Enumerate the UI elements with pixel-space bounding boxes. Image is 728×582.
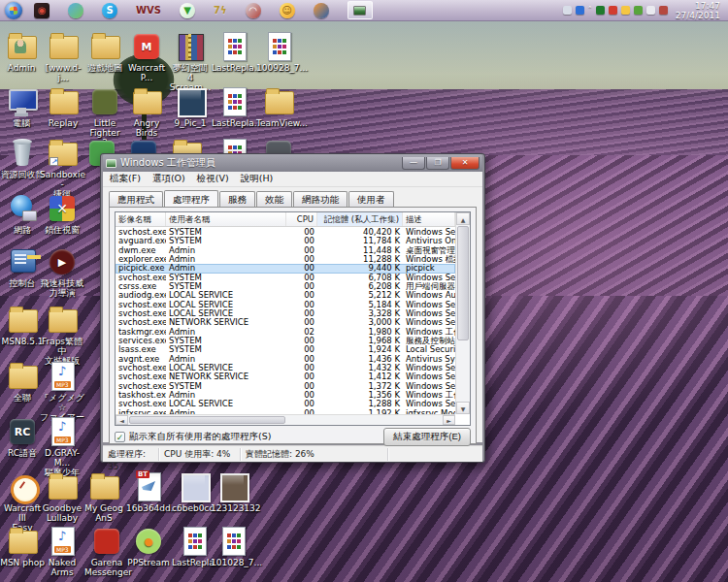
process-row[interactable]: taskhost.exeAdmin001,356 KWindows 工作的... [116, 391, 455, 400]
info-tray-icon[interactable] [576, 6, 584, 15]
desktop-icon-rc-voice[interactable]: RCRC語音 [0, 417, 45, 458]
scroll-left-arrow-icon[interactable]: ◄ [116, 415, 128, 425]
taskbar-clock[interactable]: 17:47 27/4/2011 [676, 1, 723, 20]
desktop-icon-angry-birds-folder[interactable]: Angry Birds [124, 87, 169, 138]
column-header-0[interactable]: 影像名稱 [116, 212, 166, 226]
desktop-icon-replay-folder[interactable]: Replay [41, 87, 85, 128]
messenger-app-icon[interactable] [68, 3, 83, 18]
desktop-icon-computer[interactable]: 電腦 [0, 87, 44, 128]
process-row[interactable]: audiodg.exeLOCAL SERVICE005,212 KWindows… [116, 291, 455, 300]
desktop-icon-dream-space-rar[interactable]: 夢幻空間 4 Scream... [168, 32, 213, 92]
desktop-icon-torrent-16b364dd[interactable]: BT16b364dd... [126, 472, 171, 513]
start-button[interactable] [5, 2, 22, 19]
display-tray-icon[interactable] [659, 6, 668, 15]
process-row[interactable]: svchost.exeLOCAL SERVICE001,288 KWindows… [116, 400, 455, 408]
desktop-icon-chain-folder[interactable]: 全聯 [0, 362, 45, 403]
tab-應用程式[interactable]: 應用程式 [109, 191, 163, 207]
process-row[interactable]: dwm.exeAdmin0011,448 K桌面視窗管理員 [116, 246, 455, 255]
close-button[interactable]: ✕ [450, 157, 480, 170]
smiley-tray-icon[interactable] [621, 6, 630, 15]
minimize-button[interactable]: — [402, 157, 425, 170]
shield-tray-icon[interactable] [634, 6, 643, 15]
process-row[interactable]: svchost.exeSYSTEM001,372 KWindows Servic… [116, 382, 455, 391]
show-all-users-checkbox-row[interactable]: ✓ 顯示來自所有使用者的處理程序(S) [115, 431, 271, 443]
desktop-icon-ppstream[interactable]: ●PPStream [126, 527, 171, 567]
desktop-icon-garena-messenger[interactable]: Garena Messenger [84, 527, 129, 577]
task-manager-taskbar-button[interactable] [347, 1, 373, 19]
vertical-scrollbar[interactable]: ▲ ▼ [455, 212, 470, 414]
green-arrow-app-icon[interactable]: ▼ [180, 3, 195, 18]
desktop-icon-lock-window[interactable]: 鎖住視窗 [40, 194, 84, 235]
process-row[interactable]: avgnt.exeAdmin001,436 KAntivirus System.… [116, 355, 455, 364]
scroll-right-arrow-icon[interactable]: ► [443, 415, 455, 425]
volume-tray-icon[interactable] [646, 6, 655, 15]
show-all-users-checkbox[interactable]: ✓ [115, 432, 125, 442]
tab-網路功能[interactable]: 網路功能 [293, 191, 347, 207]
scroll-up-arrow-icon[interactable]: ▲ [456, 212, 470, 225]
desktop-icon-9-pic-1[interactable]: 9_Pic_1 [168, 87, 213, 128]
desktop-icon-photo-101028[interactable]: 101028_7... [211, 527, 255, 567]
camera-app-icon[interactable]: ◉ [34, 3, 50, 18]
process-row[interactable]: svchost.exeSYSTEM006,708 KWindows Servic… [116, 274, 455, 282]
task-manager-titlebar[interactable]: Windows 工作管理員 —❐✕ [103, 154, 482, 172]
seven-lightning-app-icon[interactable]: 7ϟ [214, 5, 227, 16]
horizontal-scroll-thumb[interactable] [129, 416, 285, 424]
swirl-app-icon[interactable]: ◠ [246, 3, 261, 18]
column-header-3[interactable]: 記憶體 (私人工作集) [317, 212, 403, 226]
horizontal-scrollbar[interactable]: ◄ ► [116, 414, 455, 425]
desktop-icon-recycle-bin[interactable]: 資源回收筒 [0, 139, 45, 179]
process-row[interactable]: svchost.exeLOCAL SERVICE003,328 KWindows… [116, 309, 455, 318]
process-row[interactable]: taskmgr.exeAdmin021,980 KWindows 工作管... [116, 328, 455, 337]
menu-item-1[interactable]: 選項(O) [148, 172, 190, 186]
desktop-icon-control-panel[interactable]: 控制台 [0, 247, 45, 288]
desktop-icon-sandboxie-shortcut[interactable]: ↗Sandboxie - 捷徑 [40, 139, 84, 199]
desktop-icon-goodbye-lullaby-folder[interactable]: Goodbye Lullaby [40, 472, 84, 523]
desktop-icon-photo-100928[interactable]: 100928_7... [256, 32, 301, 73]
desktop-icon-naked-arms-mp3[interactable]: ♪MP3Naked Arms [40, 527, 84, 577]
tab-處理程序[interactable]: 處理程序 [164, 190, 218, 207]
column-header-4[interactable]: 描述 [403, 212, 455, 226]
keyboard-tray-icon[interactable] [563, 6, 572, 15]
show-hidden-icons-chevron[interactable]: ˄ [588, 7, 592, 15]
column-header-1[interactable]: 使用者名稱 [166, 212, 286, 226]
process-row[interactable]: services.exeSYSTEM001,968 K服務及控制站應... [116, 337, 455, 345]
desktop-icon-msn-851-folder[interactable]: MSN8.5.1 [0, 306, 45, 346]
process-row[interactable]: svchost.exeLOCAL SERVICE001,432 KWindows… [116, 364, 455, 372]
desktop-icon-warcraft-m[interactable]: MWarcraft P... [124, 32, 169, 82]
column-header-2[interactable]: CPU [286, 212, 317, 226]
desktop-icon-admin[interactable]: Admin [0, 32, 44, 73]
process-row[interactable]: picpick.exeAdmin009,440 Kpicpick [116, 264, 455, 273]
smiley-app-icon[interactable]: ☺ [280, 3, 295, 18]
desktop-icon-game-pics-folder[interactable]: 遊戲地圖 [83, 32, 127, 73]
firefox-app-icon[interactable] [314, 3, 329, 18]
green-square-tray-icon[interactable] [596, 6, 605, 15]
avira-tray-icon[interactable] [609, 6, 617, 15]
desktop-icon-my-geog-ans-folder[interactable]: My Geog AnS [82, 472, 126, 523]
desktop-icon-msn-phop-folder[interactable]: MSN phop [0, 527, 45, 567]
desktop-icon-megumegu-fire-mp3[interactable]: ♪MP3『メグメグ☆ ファイアー [40, 362, 84, 422]
scroll-down-arrow-icon[interactable]: ▼ [456, 402, 470, 414]
tab-效能[interactable]: 效能 [256, 191, 292, 207]
desktop-icon-teamviewer-folder[interactable]: TeamView... [256, 87, 301, 128]
skype-app-icon[interactable]: S [102, 3, 117, 18]
desktop-icon-lastreplay-top-2[interactable]: LastRepla... [212, 87, 256, 128]
desktop-icon-network[interactable]: 網路 [0, 194, 45, 235]
menu-item-0[interactable]: 檔案(F) [105, 172, 146, 186]
desktop-icon-fraps-folder[interactable]: Fraps繁體中 文裝解版 [40, 306, 84, 366]
process-row[interactable]: avguard.exeSYSTEM0011,784 KAntivirus On-… [116, 237, 455, 245]
menu-item-2[interactable]: 檢視(V) [192, 172, 234, 186]
vertical-scroll-thumb[interactable] [457, 226, 469, 340]
process-row[interactable]: svchost.exeSYSTEM0040,420 KWindows Servi… [116, 228, 455, 237]
maximize-button[interactable]: ❐ [426, 157, 449, 170]
tab-服務[interactable]: 服務 [219, 191, 255, 207]
desktop-icon-lastreplay-top-1[interactable]: LastRepla... [212, 32, 256, 73]
desktop-icon-www-dj-folder[interactable]: [www.d-j... [41, 32, 85, 82]
end-process-button[interactable]: 結束處理程序(E) [383, 428, 471, 446]
desktop-icon-powerdirector[interactable]: ▶飛速科技威 力導演 [40, 247, 84, 298]
process-row[interactable]: svchost.exeNETWORK SERVICE003,000 KWindo… [116, 318, 455, 327]
process-row[interactable]: csrss.exeSYSTEM006,208 K用戶端伺服器執... [116, 282, 455, 291]
process-row[interactable]: svchost.exeLOCAL SERVICE005,184 KWindows… [116, 301, 455, 309]
tab-使用者[interactable]: 使用者 [348, 191, 394, 207]
menu-item-3[interactable]: 說明(H) [236, 172, 279, 186]
process-row[interactable]: lsass.exeSYSTEM001,924 KLocal Security A… [116, 345, 455, 354]
